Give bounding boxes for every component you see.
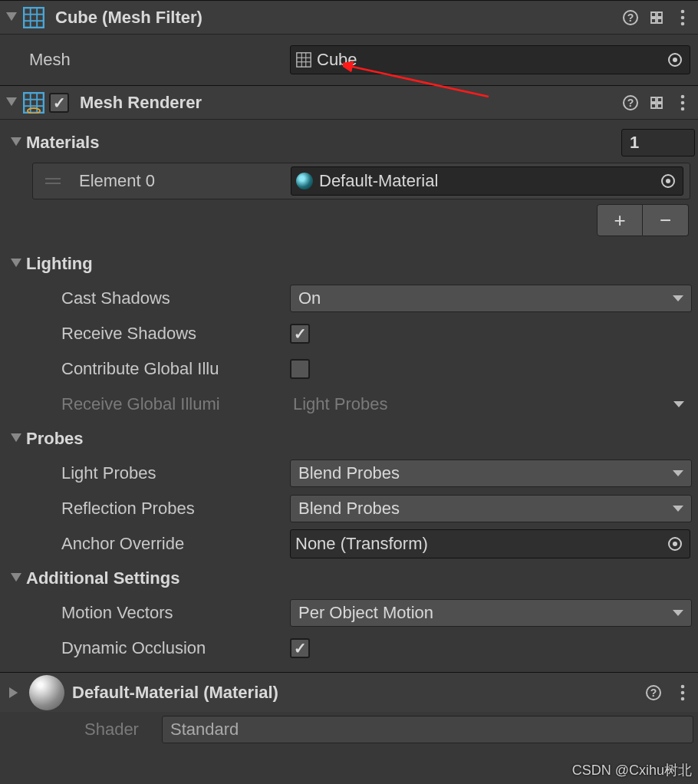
drag-handle-icon[interactable]: [38, 178, 68, 184]
help-icon[interactable]: ?: [620, 7, 641, 28]
object-picker-button[interactable]: [663, 48, 686, 71]
svg-point-37: [681, 697, 685, 700]
preset-icon[interactable]: [646, 7, 667, 28]
reflection-probes-label: Reflection Probes: [6, 499, 290, 519]
material-preview-icon: [29, 675, 64, 710]
add-button[interactable]: +: [597, 204, 643, 236]
target-icon: [668, 53, 682, 67]
mesh-value: Cube: [317, 50, 357, 70]
dynamic-occlusion-checkbox[interactable]: [290, 638, 310, 658]
svg-marker-32: [9, 687, 18, 698]
shader-row: Shader Standard: [0, 712, 698, 747]
kebab-menu-icon[interactable]: [672, 682, 693, 703]
probes-label: Probes: [26, 429, 84, 449]
svg-marker-28: [11, 137, 21, 146]
foldout-toggle[interactable]: [9, 572, 23, 585]
additional-label: Additional Settings: [26, 568, 179, 588]
svg-rect-1: [24, 8, 44, 28]
enable-checkbox[interactable]: [49, 93, 69, 113]
mesh-renderer-header[interactable]: Mesh Renderer ?: [0, 86, 698, 120]
svg-text:?: ?: [627, 97, 634, 109]
svg-marker-16: [6, 97, 17, 106]
svg-rect-11: [297, 53, 311, 67]
receive-gi-dropdown: Light Probes: [290, 390, 692, 418]
cast-shadows-label: Cast Shadows: [6, 288, 290, 308]
target-icon: [668, 537, 682, 551]
svg-point-27: [681, 107, 685, 110]
light-probes-dropdown[interactable]: Blend Probes: [290, 460, 692, 487]
mesh-filter-title: Cube (Mesh Filter): [49, 8, 615, 28]
element0-value: Default-Material: [319, 171, 438, 191]
svg-rect-17: [24, 93, 44, 113]
svg-marker-30: [11, 433, 21, 442]
materials-size-field[interactable]: 1: [621, 129, 695, 156]
svg-point-9: [681, 15, 685, 19]
material-title: Default-Material (Material): [72, 683, 635, 703]
mesh-object-field[interactable]: Cube: [290, 45, 690, 74]
additional-header[interactable]: Additional Settings: [3, 562, 695, 595]
object-picker-button[interactable]: [663, 532, 686, 555]
target-icon: [661, 174, 675, 188]
mesh-filter-header[interactable]: Cube (Mesh Filter) ?: [0, 1, 698, 35]
mesh-renderer-icon: [23, 92, 44, 114]
foldout-toggle[interactable]: [5, 11, 18, 25]
mesh-icon: [295, 51, 312, 68]
dynamic-occlusion-label: Dynamic Occlusion: [6, 638, 290, 658]
receive-gi-label: Receive Global Illumi: [6, 394, 290, 414]
contribute-gi-label: Contribute Global Illu: [6, 359, 290, 379]
reflection-probes-dropdown[interactable]: Blend Probes: [290, 495, 692, 522]
svg-point-36: [681, 690, 685, 694]
motion-vectors-dropdown[interactable]: Per Object Motion: [290, 599, 692, 627]
contribute-gi-checkbox[interactable]: [290, 359, 310, 379]
lighting-header[interactable]: Lighting: [3, 247, 695, 281]
anchor-override-field[interactable]: None (Transform): [290, 529, 690, 558]
motion-vectors-label: Motion Vectors: [6, 603, 290, 623]
svg-point-25: [681, 94, 685, 98]
foldout-toggle[interactable]: [8, 686, 21, 700]
materials-header[interactable]: Materials 1: [3, 126, 695, 160]
materials-label: Materials: [26, 133, 99, 153]
anchor-override-label: Anchor Override: [6, 534, 290, 554]
receive-shadows-checkbox[interactable]: [290, 324, 310, 344]
svg-marker-31: [11, 573, 21, 581]
watermark-text: CSDN @Cxihu树北: [572, 761, 692, 779]
object-picker-button[interactable]: [657, 170, 680, 193]
help-icon[interactable]: ?: [643, 682, 664, 703]
foldout-toggle[interactable]: [9, 432, 23, 446]
material-icon: [296, 173, 313, 189]
mesh-renderer-title: Mesh Renderer: [74, 93, 615, 113]
foldout-toggle[interactable]: [5, 96, 18, 110]
mesh-label: Mesh: [6, 50, 290, 70]
mesh-filter-component: Cube (Mesh Filter) ? Mesh Cube: [0, 0, 698, 85]
shader-label: Shader: [84, 720, 139, 740]
lighting-label: Lighting: [26, 254, 93, 274]
mesh-renderer-component: Mesh Renderer ? Materials 1 Element 0 De…: [0, 85, 698, 672]
light-probes-label: Light Probes: [6, 463, 290, 483]
svg-point-26: [681, 100, 685, 104]
svg-marker-29: [11, 259, 21, 267]
element0-label: Element 0: [68, 171, 291, 191]
foldout-toggle[interactable]: [9, 136, 23, 150]
probes-header[interactable]: Probes: [3, 422, 695, 456]
foldout-toggle[interactable]: [9, 257, 23, 271]
svg-marker-0: [6, 12, 17, 21]
kebab-menu-icon[interactable]: [672, 7, 693, 28]
material-header[interactable]: Default-Material (Material) ?: [0, 672, 698, 712]
preset-icon[interactable]: [646, 92, 667, 114]
remove-button[interactable]: −: [643, 204, 689, 236]
cast-shadows-dropdown[interactable]: On: [290, 285, 692, 312]
svg-point-10: [681, 21, 685, 25]
kebab-menu-icon[interactable]: [672, 92, 693, 114]
svg-text:?: ?: [650, 687, 657, 699]
svg-point-8: [681, 9, 685, 13]
receive-shadows-label: Receive Shadows: [6, 324, 290, 344]
svg-text:?: ?: [627, 12, 634, 24]
help-icon[interactable]: ?: [620, 92, 641, 114]
mesh-filter-icon: [23, 7, 44, 28]
materials-list: Element 0 Default-Material: [32, 163, 690, 199]
shader-dropdown[interactable]: Standard: [162, 716, 693, 743]
svg-point-35: [681, 684, 685, 688]
element0-material-field[interactable]: Default-Material: [291, 166, 683, 196]
